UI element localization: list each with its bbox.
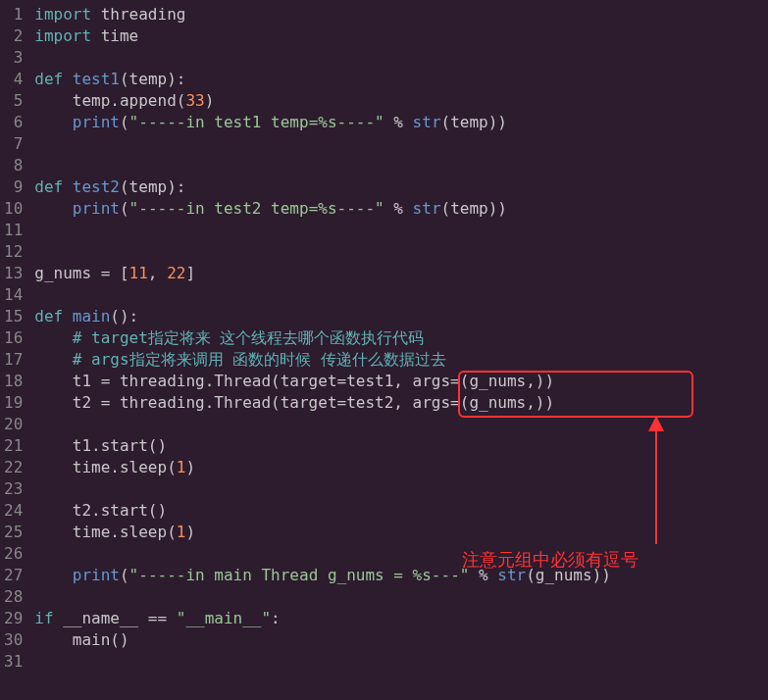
line-number: 6 [4,112,23,133]
line-number: 3 [4,47,23,69]
line-number: 1 [4,4,23,25]
code-token: "-----in test1 temp=%s----" [129,113,384,131]
code-line[interactable]: time.sleep(1) [34,522,768,543]
line-number: 22 [4,457,23,478]
code-token: , [148,264,167,282]
code-token: test1 [73,70,120,88]
code-token [34,566,73,584]
code-line[interactable] [34,543,768,565]
code-token: % [384,199,413,218]
code-token: main [73,307,111,325]
code-line[interactable]: time.sleep(1) [34,457,768,478]
code-line[interactable]: import threading [34,4,768,25]
code-token [34,199,73,218]
code-line[interactable]: import time [34,25,768,47]
code-line[interactable] [34,414,768,435]
code-token: ) [205,91,215,110]
code-line[interactable]: t1 = threading.Thread(target=test1, args… [34,371,768,392]
line-number: 18 [4,371,23,392]
line-number: 31 [4,651,23,673]
code-line[interactable]: # target指定将来 这个线程去哪个函数执行代码 [34,327,768,349]
code-editor: 1234567891011121314151617181920212223242… [0,0,768,700]
line-number: 15 [4,306,23,327]
code-token: ) [185,458,195,476]
code-line[interactable] [34,220,768,241]
line-number-gutter: 1234567891011121314151617181920212223242… [0,0,30,700]
code-token: % [384,113,413,131]
code-token: # args指定将来调用 函数的时候 传递什么数据过去 [73,350,446,369]
code-token: test2 [73,177,120,196]
code-token: t1 = threading.Thread(target=test1, args… [34,372,554,390]
code-token: def [34,307,63,325]
line-number: 27 [4,565,23,586]
code-line[interactable]: # args指定将来调用 函数的时候 传递什么数据过去 [34,349,768,371]
line-number: 5 [4,90,23,112]
line-number: 21 [4,435,23,457]
code-line[interactable] [34,284,768,306]
code-token: t1.start() [34,436,167,455]
code-line[interactable] [34,241,768,263]
code-line[interactable]: def test2(temp): [34,176,768,198]
line-number: 16 [4,327,23,349]
code-token: 1 [177,458,186,476]
code-token: 33 [185,91,204,110]
code-token [34,328,73,347]
code-token: if [34,609,53,627]
code-line[interactable]: print("-----in test2 temp=%s----" % str(… [34,198,768,220]
line-number: 7 [4,133,23,155]
code-token: threading [91,5,185,24]
code-token: # target指定将来 这个线程去哪个函数执行代码 [73,328,425,347]
line-number: 25 [4,522,23,543]
code-token: import [34,26,91,45]
code-token: temp.append( [34,91,185,110]
code-line[interactable]: print("-----in main Thread g_nums = %s--… [34,565,768,586]
line-number: 11 [4,220,23,241]
code-token: "__main__" [177,609,271,627]
code-token [34,350,73,369]
code-line[interactable]: g_nums = [11, 22] [34,263,768,284]
code-line[interactable]: main() [34,629,768,651]
line-number: 4 [4,69,23,90]
code-line[interactable]: t2.start() [34,500,768,522]
code-area[interactable]: import threadingimport time def test1(te… [30,0,768,700]
code-token [63,307,73,325]
code-line[interactable] [34,155,768,176]
code-line[interactable]: t2 = threading.Thread(target=test2, args… [34,392,768,414]
code-token: import [34,5,91,24]
code-line[interactable] [34,478,768,500]
code-line[interactable] [34,47,768,69]
line-number: 30 [4,629,23,651]
code-token: ) [185,523,195,541]
code-token: ( [120,566,129,584]
code-token: (temp)) [441,199,507,218]
code-token: def [34,177,63,196]
code-token: % [469,566,497,584]
line-number: 9 [4,176,23,198]
line-number: 28 [4,586,23,608]
code-line[interactable]: def main(): [34,306,768,327]
code-line[interactable]: if __name__ == "__main__": [34,608,768,629]
code-token: ( [120,113,129,131]
code-line[interactable]: t1.start() [34,435,768,457]
code-line[interactable]: print("-----in test1 temp=%s----" % str(… [34,112,768,133]
code-token [63,70,73,88]
line-number: 23 [4,478,23,500]
code-token: str [413,113,441,131]
code-line[interactable]: def test1(temp): [34,69,768,90]
code-token: def [34,70,63,88]
line-number: 14 [4,284,23,306]
code-line[interactable] [34,651,768,673]
code-token: (): [110,307,138,325]
code-token: "-----in test2 temp=%s----" [129,199,384,218]
code-line[interactable]: temp.append(33) [34,90,768,112]
code-token: print [73,566,120,584]
code-token: (g_nums)) [526,566,611,584]
code-token: print [73,199,120,218]
line-number: 29 [4,608,23,629]
code-token: time.sleep( [34,523,177,541]
code-line[interactable] [34,133,768,155]
code-token: print [73,113,120,131]
code-line[interactable] [34,586,768,608]
code-token: time [91,26,138,45]
code-token: ] [185,264,195,282]
